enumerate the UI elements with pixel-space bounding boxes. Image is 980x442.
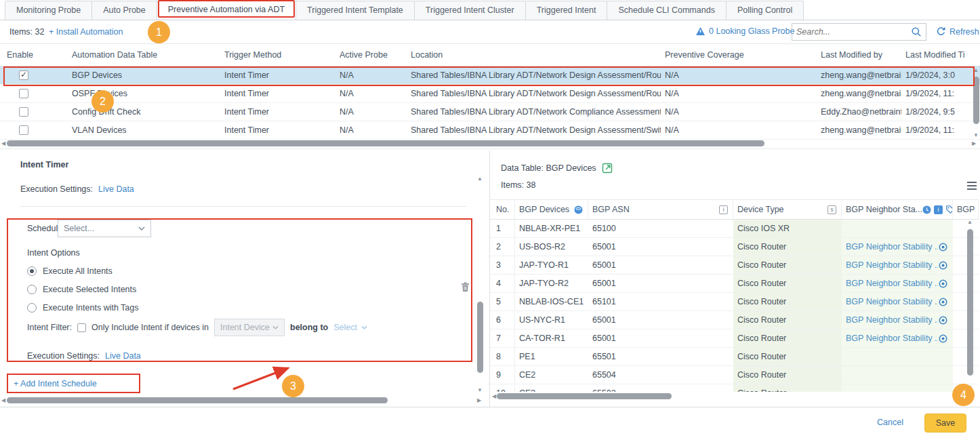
column-header-automation-data-table[interactable]: Automation Data Table: [68, 50, 220, 60]
scrollbar-thumb[interactable]: [497, 393, 672, 399]
view-result-eye-icon[interactable]: [938, 279, 948, 289]
scrollbar-thumb[interactable]: [7, 397, 388, 403]
table-row[interactable]: 4 JAP-TYO-R2 65001 Cisco Router BGP Neig…: [490, 275, 979, 293]
scroll-left-arrow[interactable]: ◀: [492, 394, 496, 399]
tab[interactable]: Triggered Intent Template: [295, 1, 415, 20]
vertical-scrollbar[interactable]: ▲ ▼: [476, 176, 485, 395]
asn-cell: 65101: [588, 293, 733, 310]
coverage-cell: N/A: [661, 89, 817, 98]
column-header-bgp-asn[interactable]: BGP ASN i: [588, 200, 733, 219]
column-header-enable[interactable]: Enable: [0, 50, 68, 60]
live-data-link[interactable]: Live Data: [105, 351, 141, 361]
column-header-last-modified-by[interactable]: Last Modified by: [817, 50, 901, 60]
belong-to-select[interactable]: Select: [333, 323, 367, 332]
tab[interactable]: Polling Control: [726, 1, 804, 20]
column-header-bgp-devices[interactable]: BGP Devices: [515, 200, 588, 219]
column-header-active-probe[interactable]: Active Probe: [335, 50, 407, 60]
panel-title: Intent Timer: [20, 160, 68, 169]
tab[interactable]: Monitoring Probe: [5, 1, 92, 20]
enable-checkbox[interactable]: ✓: [19, 107, 28, 117]
tab[interactable]: Auto Probe: [91, 1, 157, 20]
bgp-neighbor-stability-link[interactable]: BGP Neighbor Stability ...: [846, 279, 938, 288]
cancel-button[interactable]: Cancel: [877, 418, 903, 427]
bgp-neighbor-stability-link[interactable]: BGP Neighbor Stability ...: [846, 297, 938, 306]
search-input[interactable]: [796, 27, 911, 37]
scroll-down-arrow[interactable]: ▼: [477, 388, 483, 393]
view-result-eye-icon[interactable]: [938, 242, 948, 252]
scrollbar-thumb[interactable]: [477, 302, 483, 373]
install-automation-link[interactable]: + Install Automation: [49, 27, 123, 37]
search-icon[interactable]: [911, 26, 922, 37]
schedule-select[interactable]: Select...: [58, 220, 151, 237]
scroll-up-arrow[interactable]: ▲: [973, 68, 979, 73]
table-row[interactable]: 3 JAP-TYO-R1 65001 Cisco Router BGP Neig…: [490, 256, 979, 275]
table-row[interactable]: ✓ BGP Devices Intent Timer N/A Shared Ta…: [0, 66, 980, 85]
scroll-up-arrow[interactable]: ▲: [967, 220, 973, 225]
bgp-neighbor-stability-link[interactable]: BGP Neighbor Stability ...: [846, 315, 938, 325]
column-header-location[interactable]: Location: [407, 50, 661, 60]
modified-time-cell: 1/8/2024, 9:5: [901, 107, 980, 117]
delete-schedule-icon[interactable]: [461, 282, 470, 292]
live-data-link[interactable]: Live Data: [98, 184, 134, 194]
scrollbar-thumb[interactable]: [967, 229, 973, 376]
radio-button[interactable]: [27, 285, 37, 294]
scroll-left-arrow[interactable]: ◀: [1, 141, 5, 146]
adt-name-cell: OSPF Devices: [68, 89, 220, 98]
add-intent-schedule-link[interactable]: + Add Intent Schedule: [14, 379, 97, 388]
column-header-trigger-method[interactable]: Trigger Method: [220, 50, 335, 60]
column-header-bgp-cut[interactable]: BGP: [953, 200, 979, 219]
table-row[interactable]: 8 PE1 65501 Cisco Router BGP Neighbor St…: [490, 348, 979, 366]
open-external-icon[interactable]: [602, 163, 613, 174]
vertical-scrollbar[interactable]: ▲ ▼: [972, 68, 980, 140]
scrollbar-thumb[interactable]: [7, 140, 764, 146]
view-result-eye-icon[interactable]: [938, 297, 948, 307]
refresh-button[interactable]: Refresh: [936, 26, 979, 37]
table-row[interactable]: 7 CA-TOR-R1 65001 Cisco Router BGP Neigh…: [490, 329, 979, 348]
column-header-bgp-neighbor-status[interactable]: BGP Neighbor Sta... i: [842, 200, 953, 219]
table-row[interactable]: 2 US-BOS-R2 65001 Cisco Router BGP Neigh…: [490, 238, 979, 256]
row-number-cell: 1: [490, 220, 515, 237]
scrollbar-thumb[interactable]: [973, 77, 979, 124]
column-header-device-type[interactable]: Device Type s: [733, 200, 842, 219]
table-row[interactable]: ✓ OSPF Devices Intent Timer N/A Shared T…: [0, 85, 980, 103]
table-row[interactable]: ✓ Config Drift Check Intent Timer N/A Sh…: [0, 103, 980, 121]
column-header-last-modified-time[interactable]: Last Modified Ti: [901, 50, 980, 60]
view-result-eye-icon[interactable]: [938, 260, 948, 270]
horizontal-scrollbar[interactable]: ◀ ▶: [490, 392, 975, 401]
enable-checkbox[interactable]: ✓: [19, 89, 28, 98]
view-result-eye-icon[interactable]: [938, 334, 948, 344]
table-row[interactable]: 5 NBLAB-IOS-CE1 65101 Cisco Router BGP N…: [490, 293, 979, 311]
horizontal-scrollbar[interactable]: ◀ ▶: [0, 396, 484, 405]
column-header-preventive-coverage[interactable]: Preventive Coverage: [661, 50, 817, 60]
bgp-neighbor-stability-link[interactable]: BGP Neighbor Stability ...: [846, 334, 938, 343]
scroll-right-arrow[interactable]: ▶: [477, 398, 481, 403]
table-row[interactable]: 6 US-NYC-R1 65001 Cisco Router BGP Neigh…: [490, 311, 979, 329]
scroll-right-arrow[interactable]: ▶: [972, 141, 976, 146]
looking-glass-probe-link[interactable]: 0 Looking Glass Probe: [709, 26, 794, 36]
enable-checkbox[interactable]: ✓: [19, 125, 28, 135]
scroll-up-arrow[interactable]: ▲: [477, 176, 483, 182]
table-row[interactable]: 1 NBLAB-XR-PE1 65100 Cisco IOS XR BGP Ne…: [490, 220, 979, 238]
radio-button[interactable]: [27, 303, 37, 313]
save-button[interactable]: Save: [924, 414, 966, 433]
intent-filter-row: Intent Filter: Only Include Intent if de…: [27, 319, 367, 336]
scroll-left-arrow[interactable]: ◀: [1, 398, 5, 403]
enable-checkbox[interactable]: ✓: [19, 71, 28, 80]
radio-button[interactable]: [27, 266, 37, 276]
table-row[interactable]: ✓ VLAN Devices Intent Timer N/A Shared T…: [0, 121, 980, 140]
bgp-neighbor-stability-link[interactable]: BGP Neighbor Stability ...: [846, 260, 938, 270]
view-result-eye-icon[interactable]: [938, 315, 948, 325]
scroll-down-arrow[interactable]: ▼: [973, 133, 979, 138]
table-menu-icon[interactable]: [967, 182, 977, 192]
vertical-scrollbar[interactable]: ▲ ▼: [966, 220, 975, 392]
tab[interactable]: Triggered Intent Cluster: [414, 1, 526, 20]
tab[interactable]: Triggered Intent: [525, 1, 608, 20]
horizontal-scrollbar[interactable]: ◀ ▶: [0, 139, 979, 148]
table-row[interactable]: 9 CE2 65504 Cisco Router BGP Neighbor St…: [490, 366, 979, 384]
device-type-cell: Cisco Router: [733, 238, 842, 256]
tab[interactable]: Schedule CLI Commands: [607, 1, 726, 20]
tab[interactable]: Preventive Automation via ADT: [157, 0, 296, 20]
intent-filter-checkbox[interactable]: [77, 323, 86, 332]
bgp-neighbor-stability-link[interactable]: BGP Neighbor Stability ...: [846, 242, 938, 252]
intent-device-select[interactable]: Intent Device: [214, 319, 285, 336]
